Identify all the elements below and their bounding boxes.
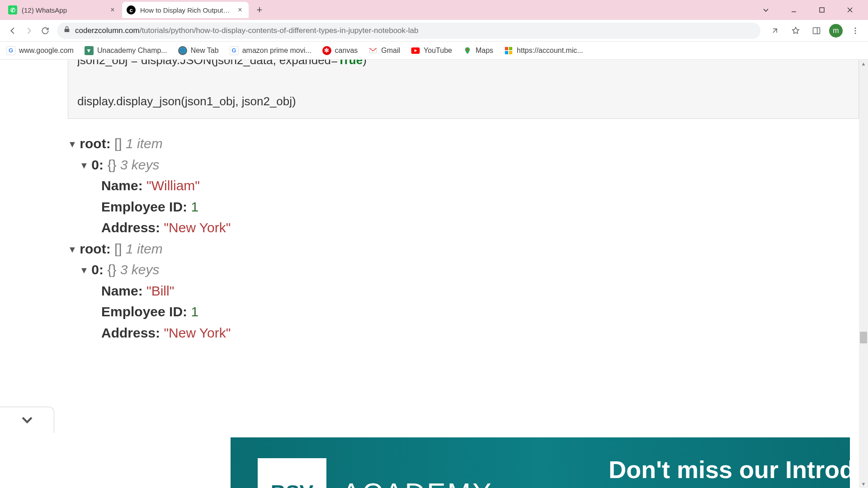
bookmark-label: www.google.com [19,47,74,55]
json-field: Employee ID: 1 [68,197,859,218]
youtube-icon [411,46,420,55]
bookmarks-bar: Gwww.google.com ▾Unacademy Champ... 🌐New… [0,42,868,60]
svg-rect-14 [509,51,512,54]
bookmark-label: Unacademy Champ... [97,47,167,55]
bookmark-label: Gmail [381,47,400,55]
url-path: /tutorials/python/how-to-display-content… [140,26,419,35]
svg-point-7 [855,30,856,31]
caret-down-icon: ▼ [68,243,76,257]
ad-text: Don't miss our Introd BSV Infrastructure [609,455,850,488]
caret-down-icon: ▼ [80,263,88,277]
svg-point-10 [467,48,468,50]
bookmark-label: Maps [476,47,493,55]
json-index[interactable]: ▼ 0: {} 3 keys [68,155,859,176]
code-cell: json2_obj = display.JSON(json2_data, exp… [68,60,859,119]
window-controls [756,3,864,17]
svg-point-8 [855,33,856,34]
menu-button[interactable] [847,23,863,39]
json-field: Employee ID: 1 [68,301,859,323]
ad-brand: ACADEMY [342,477,493,488]
bookmark-unacademy[interactable]: ▾Unacademy Champ... [85,46,167,55]
bookmark-google[interactable]: Gwww.google.com [6,46,74,55]
url-host: coderzcolumn.com [75,26,140,35]
svg-rect-12 [509,47,512,50]
close-icon[interactable]: × [108,6,117,14]
bookmark-youtube[interactable]: YouTube [411,46,452,55]
forward-button[interactable] [21,23,37,39]
code-line-partial: json2_obj = display.JSON(json2_data, exp… [77,60,849,67]
ad-logo: BSV [258,458,326,488]
tab-search-button[interactable] [756,3,776,17]
bookmark-new-tab[interactable]: 🌐New Tab [178,46,219,55]
bookmark-label: amazon prime movi... [242,47,311,55]
reload-button[interactable] [37,23,53,39]
tab-whatsapp[interactable]: ✆ (12) WhatsApp × [4,2,121,18]
code-line: display.display_json(json1_obj, json2_ob… [77,94,849,108]
json-index[interactable]: ▼ 0: {} 3 keys [68,259,859,281]
canvas-icon: ✻ [322,46,331,55]
bookmark-label: https://account.mic... [517,47,583,55]
back-button[interactable] [5,23,21,39]
share-icon[interactable] [767,23,783,39]
gmail-icon [368,46,377,55]
json-field: Name: "Bill" [68,281,859,302]
microsoft-icon [504,46,513,55]
bookmark-amazon-prime[interactable]: Gamazon prime movi... [230,46,311,55]
new-tab-button[interactable]: + [252,3,267,17]
bookmark-microsoft[interactable]: https://account.mic... [504,46,583,55]
bookmark-star-icon[interactable] [788,23,804,39]
bookmark-gmail[interactable]: Gmail [368,46,400,55]
address-bar: coderzcolumn.com/tutorials/python/how-to… [0,20,868,42]
whatsapp-icon: ✆ [8,5,17,14]
minimize-button[interactable] [784,3,804,17]
json-field: Address: "New York" [68,323,859,344]
side-panel-icon[interactable] [808,23,825,39]
caret-down-icon: ▼ [68,137,76,151]
bookmark-canvas[interactable]: ✻canvas [322,46,358,55]
ad-banner[interactable]: BSV ACADEMY Don't miss our Introd BSV In… [231,437,850,488]
page-favicon-icon: c [127,5,136,14]
json-field: Name: "William" [68,175,859,197]
svg-point-6 [855,27,856,28]
json-root[interactable]: ▼ root: [] 1 item [68,133,859,155]
scrollbar-thumb[interactable] [860,332,867,343]
scroll-down-icon[interactable]: ▼ [859,480,868,488]
google-icon: G [230,46,239,55]
bookmark-label: canvas [335,47,358,55]
scroll-up-icon[interactable]: ▲ [859,60,868,68]
collapse-panel-button[interactable] [0,407,54,433]
unacademy-icon: ▾ [85,46,94,55]
tab-title: How to Display Rich Outputs (im [140,6,232,14]
bookmark-maps[interactable]: Maps [463,46,493,55]
page-content: json2_obj = display.JSON(json2_data, exp… [0,60,859,488]
maps-icon [463,46,472,55]
globe-icon: 🌐 [178,46,187,55]
close-icon[interactable]: × [236,6,244,14]
maximize-button[interactable] [812,3,832,17]
tab-current-page[interactable]: c How to Display Rich Outputs (im × [122,2,249,18]
lock-icon [63,26,71,35]
svg-rect-13 [505,51,508,54]
vertical-scrollbar[interactable]: ▲ ▼ [859,60,868,488]
json-root[interactable]: ▼ root: [] 1 item [68,239,859,260]
caret-down-icon: ▼ [80,159,88,173]
profile-avatar[interactable]: m [829,24,843,38]
close-window-button[interactable] [840,3,860,17]
profile-initial: m [833,27,839,35]
svg-rect-11 [505,47,508,50]
json-output: ▼ root: [] 1 item ▼ 0: {} 3 keys Name: "… [68,133,859,343]
bookmark-label: New Tab [191,47,219,55]
svg-rect-4 [813,28,820,33]
google-icon: G [6,46,15,55]
url-input[interactable]: coderzcolumn.com/tutorials/python/how-to… [57,23,760,39]
json-field: Address: "New York" [68,217,859,239]
browser-tab-bar: ✆ (12) WhatsApp × c How to Display Rich … [0,0,868,20]
bookmark-label: YouTube [424,47,452,55]
tab-title: (12) WhatsApp [22,6,105,14]
svg-rect-1 [820,8,824,12]
